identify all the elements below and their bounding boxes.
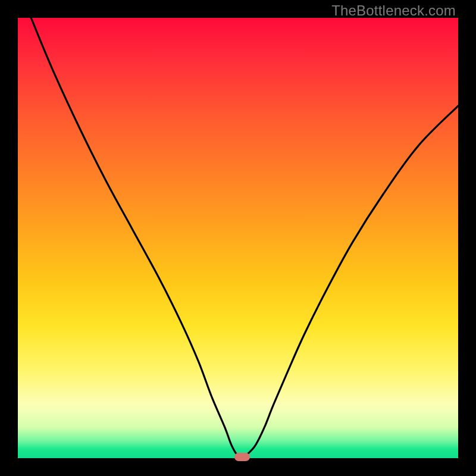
bottleneck-curve xyxy=(18,18,458,458)
watermark-text: TheBottleneck.com xyxy=(331,2,456,19)
plot-area xyxy=(18,18,458,458)
minimum-marker xyxy=(234,453,250,461)
chart-frame: TheBottleneck.com xyxy=(0,0,476,476)
